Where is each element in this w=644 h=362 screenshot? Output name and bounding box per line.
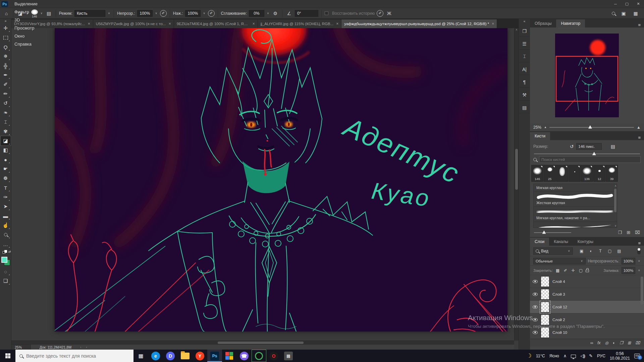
start-button[interactable] xyxy=(0,350,15,362)
recent-brush-3[interactable] xyxy=(569,165,581,182)
recent-brush-6[interactable]: 39 xyxy=(606,165,618,182)
menu-item-10[interactable]: Справка xyxy=(11,40,51,48)
menu-item-7[interactable]: 3D xyxy=(11,16,51,24)
brush-edit-icon[interactable]: ▤ xyxy=(609,143,616,150)
brush-delete-icon[interactable]: ⌧ xyxy=(635,230,640,235)
brush-size-slider[interactable] xyxy=(534,154,640,154)
recent-brush-0[interactable]: 146 xyxy=(531,165,543,182)
navigator-zoom-value[interactable]: 25% xyxy=(533,125,541,130)
pencil-tool[interactable]: ✏ xyxy=(1,89,11,99)
scroll-up-icon[interactable]: ∧ xyxy=(515,28,519,32)
layers-opacity-chevron[interactable]: ∨ xyxy=(637,259,641,262)
tab-close-icon[interactable]: × xyxy=(253,21,255,26)
angle-field[interactable]: 0° xyxy=(295,10,318,17)
airbrush-pressure-icon[interactable]: ✐ xyxy=(377,10,383,17)
opacity-chevron[interactable]: ∨ xyxy=(155,12,158,15)
history-checkbox[interactable] xyxy=(325,11,328,15)
brush-tool[interactable]: ✐ xyxy=(1,80,11,89)
mode-chevron[interactable]: ∨ xyxy=(107,12,111,15)
taskbar-search-input[interactable] xyxy=(26,353,120,359)
tab-close-icon[interactable]: × xyxy=(88,21,90,26)
edge-app[interactable]: e xyxy=(148,350,163,362)
navigator-zoom-slider[interactable] xyxy=(549,127,634,128)
adjustment-layer-icon[interactable]: ◐ xyxy=(613,341,615,345)
more-tools[interactable]: … xyxy=(1,239,11,249)
weather-temp[interactable]: 11°C xyxy=(536,354,545,358)
art-history-brush-tool[interactable]: ✾ xyxy=(1,127,11,136)
status-scroll-arrows[interactable]: › ‹ xyxy=(80,346,89,349)
collections-panel-icon[interactable]: ❒ xyxy=(520,25,530,37)
yandex-app[interactable]: Y xyxy=(193,350,207,362)
gradient-tool[interactable]: ◧ xyxy=(1,145,11,155)
document-tab-4[interactable]: уафждбьыаувждьацутжлуыввуршл.рывуаывуршд… xyxy=(341,19,497,28)
lock-all-icon[interactable] xyxy=(586,270,589,272)
blend-mode-select[interactable]: Обычные ∨ xyxy=(533,258,586,264)
link-layers-icon[interactable]: ∞ xyxy=(590,341,593,345)
canvas-area[interactable]: Адептус Куао ∧ 25% Док: 111,2M/421,8M › … xyxy=(11,28,519,350)
photos-app[interactable] xyxy=(222,350,237,362)
close-button[interactable]: ✕ xyxy=(633,0,644,8)
status-zoom-field[interactable]: 25% xyxy=(11,345,31,350)
layer-thumbnail[interactable] xyxy=(541,314,549,325)
toolbar-collapse-icon[interactable]: » xyxy=(5,19,7,23)
recent-brush-5[interactable]: 12 xyxy=(593,165,605,182)
pen-input-icon[interactable]: ✎ xyxy=(589,353,593,358)
crop-tool[interactable]: ╬ xyxy=(1,61,11,70)
mixer-brush-tool[interactable]: ❧ xyxy=(1,108,11,117)
explorer-app[interactable] xyxy=(178,350,193,362)
direct-selection-tool[interactable]: ➤ xyxy=(1,202,11,211)
layer-thumbnail[interactable] xyxy=(541,302,549,312)
workspace-icon[interactable]: ▦ xyxy=(632,10,639,17)
taskbar-search[interactable] xyxy=(15,350,133,362)
new-layer-icon[interactable]: ⊞ xyxy=(628,341,631,345)
hand-tool[interactable]: ☝ xyxy=(1,221,11,230)
airbrush-icon[interactable]: ✐ xyxy=(208,10,215,17)
smoothing-field[interactable]: 0% xyxy=(249,10,264,17)
layers-opacity-field[interactable]: 100% xyxy=(622,258,635,264)
visibility-eye-icon[interactable] xyxy=(533,331,538,334)
recent-brush-4[interactable]: 136 xyxy=(581,165,593,182)
screen-mode-button[interactable]: ❏ xyxy=(1,276,11,286)
notification-center-icon[interactable]: 2 xyxy=(634,354,640,358)
layer-row-0[interactable]: Слой 4 xyxy=(530,275,644,288)
opera-app[interactable]: O xyxy=(266,350,281,362)
brush-settings-panel-icon[interactable]: ☰ xyxy=(520,38,530,50)
photoshop-app[interactable]: Ps xyxy=(207,350,222,362)
swap-colors-icon[interactable]: ⇄ xyxy=(8,250,11,253)
brush-list-item-3[interactable]: Жесткая круглая, нажатие = р... xyxy=(534,222,617,228)
layer-thumbnail[interactable] xyxy=(541,327,549,338)
tab-brushes[interactable]: Кисти xyxy=(530,132,550,140)
layers-menu-icon[interactable]: ≡ xyxy=(635,241,644,246)
brush-scroll-down-icon[interactable]: ∨ xyxy=(614,224,616,227)
document-tab-2[interactable]: 9EZiUaTM0E4.jpg @ 100% (Слой 1, RG...× xyxy=(174,19,258,28)
tab-layers[interactable]: Слои xyxy=(530,238,549,246)
menu-item-9[interactable]: Окно xyxy=(11,32,51,40)
eraser-tool[interactable]: ◪ xyxy=(1,136,11,145)
lasso-tool[interactable]: Ϙ xyxy=(1,42,11,52)
volume-icon[interactable]: ◁)) xyxy=(580,353,585,358)
layers-fill-chevron[interactable]: ∨ xyxy=(637,269,641,272)
brush-new-icon[interactable]: ⊞ xyxy=(627,230,630,235)
layers-scrollbar[interactable] xyxy=(641,277,643,338)
visibility-eye-icon[interactable] xyxy=(533,280,538,283)
mode-select[interactable]: Кисть xyxy=(74,10,105,17)
brush-list-item-0[interactable]: Мягкая круглая xyxy=(534,184,617,192)
brush-list-scroll-thumb[interactable] xyxy=(614,189,616,212)
brush-search-input[interactable] xyxy=(539,156,641,163)
lock-move-icon[interactable]: ✛ xyxy=(570,268,576,273)
zoom-out-icon[interactable]: ▲ xyxy=(544,126,547,129)
layers-filter-select[interactable]: Вид ∨ xyxy=(533,247,573,255)
opacity-field[interactable]: 100% xyxy=(137,10,153,17)
search-icon[interactable] xyxy=(612,12,615,15)
zoom-tool[interactable] xyxy=(1,230,11,239)
filter-smart-icon[interactable]: ▤ xyxy=(616,249,623,253)
brushes-menu-icon[interactable]: ≡ xyxy=(635,135,644,140)
brush-scroll-up-icon[interactable]: ∧ xyxy=(614,184,616,187)
layers-fill-field[interactable]: 100% xyxy=(622,267,635,274)
layer-thumbnail[interactable] xyxy=(541,276,549,287)
layer-row-1[interactable]: Слой 3 xyxy=(530,288,644,301)
foreground-color-swatch[interactable] xyxy=(1,257,7,263)
language-indicator[interactable]: РУС xyxy=(597,354,605,358)
shape-tool[interactable]: ▬ xyxy=(1,211,11,221)
visibility-eye-icon[interactable] xyxy=(533,318,538,321)
